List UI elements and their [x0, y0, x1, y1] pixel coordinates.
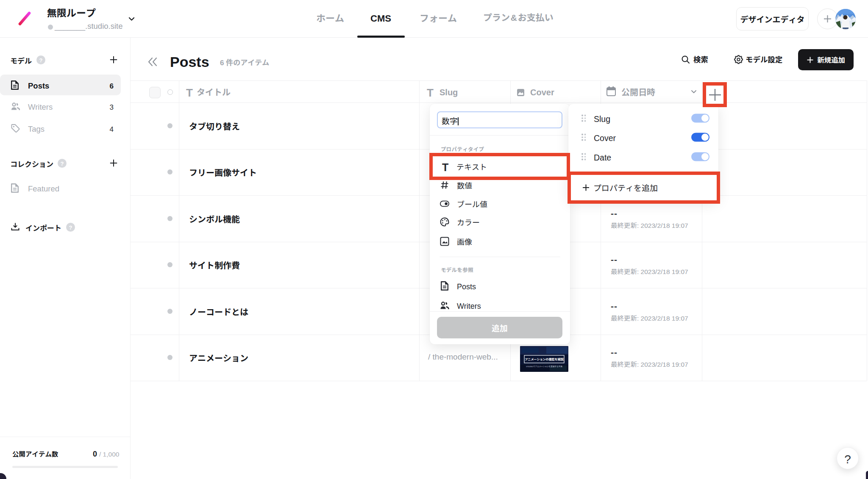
svg-text:アニメーションの機能を解説: アニメーションの機能を解説 — [525, 357, 564, 361]
svg-text:STUDIOでアニメーションを実装する方法: STUDIOでアニメーションを実装する方法 — [526, 365, 562, 368]
